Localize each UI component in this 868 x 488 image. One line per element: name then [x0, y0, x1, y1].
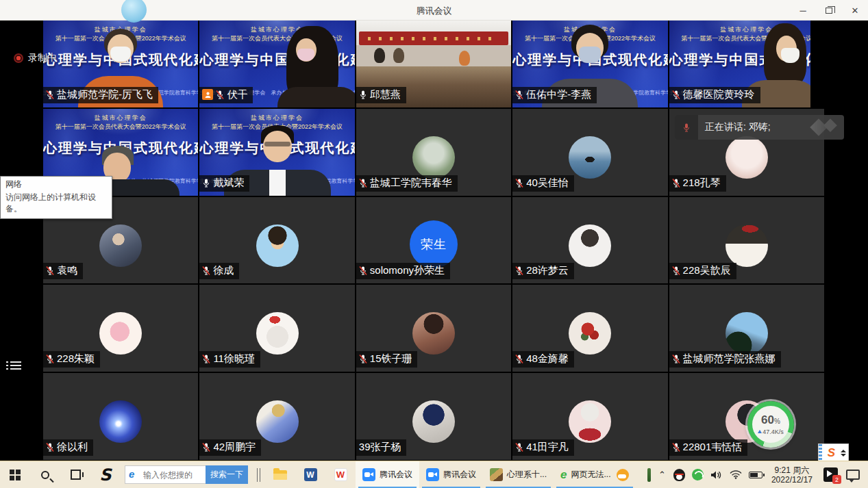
search-icon — [41, 471, 49, 479]
taskbar-clock[interactable]: 9:21 周六 2022/12/17 — [771, 465, 813, 485]
tooltip-title: 网络 — [5, 179, 107, 190]
participant-tile[interactable]: 228吴歆辰 — [669, 197, 824, 284]
mic-muted-icon — [672, 178, 680, 188]
system-tray: ⌃ 9:21 周六 2022/12/17 2 — [644, 461, 868, 488]
participant-name-label: 邱慧燕 — [356, 87, 406, 103]
plant-icon[interactable] — [647, 468, 651, 482]
participant-avatar — [256, 400, 299, 443]
participant-avatar — [99, 312, 142, 355]
mic-muted-icon — [359, 354, 367, 364]
network-speed-widget[interactable]: 60% 47.4K/s — [747, 401, 794, 448]
taskbar: S e 搜索一下 W W 腾讯会议 腾讯会议 心理系十... e 网页无法... — [0, 461, 868, 488]
mic-muted-icon — [515, 178, 523, 188]
participant-tile[interactable]: 盐城市心理学会第十一届第一次会员代表大会暨2022年学术会议心理学与中国式现代化… — [43, 21, 198, 107]
web-search-go-button[interactable]: 搜索一下 — [206, 465, 248, 484]
restore-button[interactable] — [816, 0, 842, 21]
browser-360-icon: e — [560, 468, 567, 482]
participant-tile[interactable]: 盐城市心理学会第十一届第一次会员代表大会暨2022年学术会议心理学与中国式现代化… — [199, 109, 354, 196]
participant-name-label: 徐成 — [199, 263, 239, 279]
participant-tile[interactable]: 39张子杨 — [356, 373, 511, 460]
host-badge-icon — [202, 89, 213, 100]
participant-tile[interactable]: 徐成 — [199, 197, 354, 284]
participant-tile[interactable]: 盐城市心理学会第十一届第一次会员代表大会暨2022年学术会议心理学与中国式现代化… — [669, 21, 824, 107]
wifi-icon[interactable] — [730, 470, 742, 479]
participant-tile[interactable]: 41田宇凡 — [512, 373, 667, 460]
task-view-icon — [71, 470, 81, 480]
word-icon: W — [304, 468, 317, 481]
participant-tile[interactable]: 徐以利 — [43, 373, 198, 460]
mic-muted-icon — [515, 266, 523, 276]
mic-on-icon — [359, 90, 367, 100]
list-icon[interactable] — [6, 359, 21, 372]
minimize-button[interactable]: ─ — [790, 0, 816, 21]
mic-muted-icon — [672, 266, 680, 276]
participant-tile[interactable]: 48金旖馨 — [512, 285, 667, 372]
participant-tile[interactable]: 盐城工学院韦春华 — [356, 109, 511, 196]
document-thumbnail-icon — [490, 468, 503, 481]
taskbar-search-button[interactable] — [30, 461, 60, 488]
word-button[interactable]: W — [295, 461, 325, 488]
start-button[interactable] — [0, 461, 30, 488]
ime-arrows-icon — [841, 450, 846, 457]
qq-icon[interactable] — [673, 469, 685, 481]
volume-icon[interactable] — [710, 470, 723, 480]
close-button[interactable]: ✕ — [842, 0, 868, 21]
window-title: 腾讯会议 — [417, 5, 452, 17]
speaking-text: 正在讲话: 邓铸; — [705, 121, 771, 133]
mic-muted-icon — [359, 178, 367, 188]
participant-avatar: 荣生 — [410, 220, 458, 268]
participant-name-label: 40吴佳怡 — [512, 175, 574, 192]
participant-tile[interactable]: 盐城师范学院张燕娜 — [669, 285, 824, 372]
participant-name-label: 15铁子珊 — [356, 351, 418, 368]
recording-label: 录制中 — [28, 52, 57, 64]
participant-tile[interactable]: 荣生solomony孙荣生 — [356, 197, 511, 284]
sogou-search-button[interactable]: S — [90, 461, 121, 488]
ime-status-bar[interactable]: S — [818, 444, 849, 462]
sogou-icon: S — [99, 465, 111, 485]
speaking-mic-icon — [675, 115, 698, 140]
participant-tile[interactable]: 22801韦恬恬 — [669, 373, 824, 460]
participant-tile[interactable]: 42周鹏宇 — [199, 373, 354, 460]
taskbar-app-meeting-1[interactable]: 腾讯会议 — [356, 461, 419, 488]
hidden-icons-chevron[interactable]: ⌃ — [658, 470, 666, 480]
action-center-icon[interactable] — [846, 470, 860, 480]
participant-name-label: 伍佑中学-李燕 — [512, 87, 597, 103]
mic-muted-icon — [515, 442, 523, 452]
participant-tile[interactable]: 228朱颖 — [43, 285, 198, 372]
battery-icon[interactable] — [749, 472, 762, 478]
file-explorer-button[interactable] — [265, 461, 295, 488]
participant-name-label: solomony孙荣生 — [356, 263, 450, 279]
meeting-window: 腾讯会议 ─ ✕ 盐城市心理学会第十一届第一次会员代表大会暨2022年学术会议心… — [0, 0, 868, 488]
mic-muted-icon — [202, 266, 210, 276]
participant-name-label: 11徐晓瑾 — [199, 351, 260, 368]
mic-muted-icon — [672, 354, 680, 364]
participant-name-label: 228吴歆辰 — [669, 263, 736, 279]
participant-name-label: 徐以利 — [43, 439, 93, 456]
taskbar-app-psych-doc[interactable]: 心理系十... — [483, 461, 554, 488]
weather-icon — [617, 469, 629, 481]
participant-tile[interactable]: 邱慧燕 — [356, 21, 511, 107]
taskbar-app-label: 腾讯会议 — [443, 469, 476, 480]
participant-tile[interactable]: 盐城市心理学会第十一届第一次会员代表大会暨2022年学术会议心理学与中国式现代化… — [512, 21, 667, 107]
participant-tile[interactable]: 28许梦云 — [512, 197, 667, 284]
participant-tile[interactable]: 盐城市心理学会第十一届第一次会员代表大会暨2022年学术会议心理学与中国式现代化… — [199, 21, 354, 107]
taskbar-app-meeting-2[interactable]: 腾讯会议 — [419, 461, 483, 488]
wps-button[interactable]: W — [325, 461, 356, 488]
ie-icon: e — [129, 469, 140, 480]
participant-name-label: 袁鸣 — [43, 263, 83, 279]
safety-360-icon[interactable] — [692, 469, 704, 480]
participant-name-label: 伏干 — [199, 87, 253, 103]
participant-name-label: 28许梦云 — [512, 263, 574, 279]
taskbar-app-browser[interactable]: e 网页无法... — [554, 461, 635, 488]
media-player-icon[interactable]: 2 — [823, 467, 838, 482]
mic-muted-icon — [515, 90, 523, 100]
folder-icon — [273, 470, 287, 480]
participant-tile[interactable]: 15铁子珊 — [356, 285, 511, 372]
participant-tile[interactable]: 40吴佳怡 — [512, 109, 667, 196]
task-view-button[interactable] — [60, 461, 90, 488]
window-controls: ─ ✕ — [790, 0, 868, 21]
participant-avatar — [726, 224, 768, 267]
tooltip-body: 访问网络上的计算机和设备。 — [5, 192, 107, 215]
upload-arrow-icon — [758, 430, 762, 433]
participant-tile[interactable]: 11徐晓瑾 — [199, 285, 354, 372]
